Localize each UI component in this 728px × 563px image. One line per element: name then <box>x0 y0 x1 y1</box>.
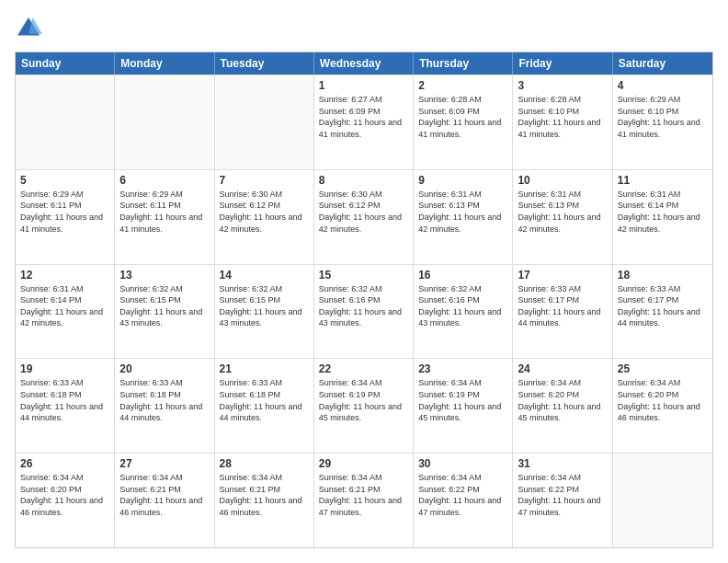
day-header-tuesday: Tuesday <box>215 52 314 75</box>
cell-info: Sunrise: 6:32 AM Sunset: 6:15 PM Dayligh… <box>220 283 309 329</box>
cell-day-number: 19 <box>20 362 109 375</box>
calendar-cell: 22Sunrise: 6:34 AM Sunset: 6:19 PM Dayli… <box>314 359 414 453</box>
cell-day-number: 9 <box>418 174 507 187</box>
cell-day-number: 6 <box>119 174 209 187</box>
cell-day-number: 26 <box>20 457 109 470</box>
calendar-row-1: 5Sunrise: 6:29 AM Sunset: 6:11 PM Daylig… <box>16 169 712 264</box>
cell-info: Sunrise: 6:34 AM Sunset: 6:21 PM Dayligh… <box>220 472 309 518</box>
cell-info: Sunrise: 6:29 AM Sunset: 6:11 PM Dayligh… <box>119 189 209 235</box>
cell-info: Sunrise: 6:31 AM Sunset: 6:13 PM Dayligh… <box>418 189 507 235</box>
cell-day-number: 31 <box>518 457 607 470</box>
calendar-cell: 9Sunrise: 6:31 AM Sunset: 6:13 PM Daylig… <box>414 170 513 264</box>
cell-day-number: 1 <box>319 79 408 92</box>
cell-info: Sunrise: 6:32 AM Sunset: 6:16 PM Dayligh… <box>418 283 507 329</box>
calendar-row-3: 19Sunrise: 6:33 AM Sunset: 6:18 PM Dayli… <box>16 358 712 453</box>
calendar-cell: 2Sunrise: 6:28 AM Sunset: 6:09 PM Daylig… <box>414 75 513 169</box>
cell-info: Sunrise: 6:28 AM Sunset: 6:09 PM Dayligh… <box>418 94 507 140</box>
cell-day-number: 29 <box>319 457 408 470</box>
cell-day-number: 16 <box>418 269 507 282</box>
calendar-row-0: 1Sunrise: 6:27 AM Sunset: 6:09 PM Daylig… <box>16 75 712 169</box>
cell-info: Sunrise: 6:34 AM Sunset: 6:19 PM Dayligh… <box>418 377 507 423</box>
cell-day-number: 30 <box>418 457 507 470</box>
calendar-body: 1Sunrise: 6:27 AM Sunset: 6:09 PM Daylig… <box>16 75 712 547</box>
svg-marker-1 <box>28 17 42 34</box>
calendar-cell: 7Sunrise: 6:30 AM Sunset: 6:12 PM Daylig… <box>215 170 314 264</box>
calendar-cell: 5Sunrise: 6:29 AM Sunset: 6:11 PM Daylig… <box>16 170 115 264</box>
calendar-cell: 14Sunrise: 6:32 AM Sunset: 6:15 PM Dayli… <box>215 265 314 359</box>
cell-info: Sunrise: 6:33 AM Sunset: 6:18 PM Dayligh… <box>119 377 209 423</box>
day-header-monday: Monday <box>115 52 214 75</box>
calendar-cell: 30Sunrise: 6:34 AM Sunset: 6:22 PM Dayli… <box>414 454 513 547</box>
calendar-cell: 29Sunrise: 6:34 AM Sunset: 6:21 PM Dayli… <box>314 454 414 547</box>
calendar-cell: 18Sunrise: 6:33 AM Sunset: 6:17 PM Dayli… <box>613 265 712 359</box>
cell-info: Sunrise: 6:31 AM Sunset: 6:14 PM Dayligh… <box>20 283 109 329</box>
calendar-cell <box>215 75 314 169</box>
calendar-cell: 6Sunrise: 6:29 AM Sunset: 6:11 PM Daylig… <box>115 170 214 264</box>
cell-info: Sunrise: 6:33 AM Sunset: 6:17 PM Dayligh… <box>518 283 607 329</box>
calendar-cell: 16Sunrise: 6:32 AM Sunset: 6:16 PM Dayli… <box>414 265 513 359</box>
calendar-cell: 21Sunrise: 6:33 AM Sunset: 6:18 PM Dayli… <box>215 359 314 453</box>
calendar-cell: 13Sunrise: 6:32 AM Sunset: 6:15 PM Dayli… <box>115 265 214 359</box>
calendar-cell: 23Sunrise: 6:34 AM Sunset: 6:19 PM Dayli… <box>414 359 513 453</box>
cell-day-number: 4 <box>618 79 708 92</box>
cell-day-number: 21 <box>220 362 309 375</box>
calendar-cell: 8Sunrise: 6:30 AM Sunset: 6:12 PM Daylig… <box>314 170 414 264</box>
calendar-cell: 1Sunrise: 6:27 AM Sunset: 6:09 PM Daylig… <box>314 75 414 169</box>
calendar-cell: 15Sunrise: 6:32 AM Sunset: 6:16 PM Dayli… <box>314 265 414 359</box>
cell-info: Sunrise: 6:31 AM Sunset: 6:14 PM Dayligh… <box>618 189 708 235</box>
calendar-cell: 24Sunrise: 6:34 AM Sunset: 6:20 PM Dayli… <box>513 359 612 453</box>
cell-info: Sunrise: 6:27 AM Sunset: 6:09 PM Dayligh… <box>319 94 408 140</box>
cell-day-number: 15 <box>319 269 408 282</box>
calendar-cell: 4Sunrise: 6:29 AM Sunset: 6:10 PM Daylig… <box>613 75 712 169</box>
calendar-cell <box>613 454 712 547</box>
cell-info: Sunrise: 6:29 AM Sunset: 6:11 PM Dayligh… <box>20 189 109 235</box>
calendar-row-4: 26Sunrise: 6:34 AM Sunset: 6:20 PM Dayli… <box>16 453 712 547</box>
calendar-cell: 10Sunrise: 6:31 AM Sunset: 6:13 PM Dayli… <box>513 170 612 264</box>
cell-info: Sunrise: 6:33 AM Sunset: 6:17 PM Dayligh… <box>618 283 708 329</box>
cell-day-number: 18 <box>618 269 708 282</box>
cell-info: Sunrise: 6:34 AM Sunset: 6:22 PM Dayligh… <box>418 472 507 518</box>
calendar-cell: 17Sunrise: 6:33 AM Sunset: 6:17 PM Dayli… <box>513 265 612 359</box>
cell-day-number: 23 <box>418 362 507 375</box>
cell-info: Sunrise: 6:34 AM Sunset: 6:21 PM Dayligh… <box>319 472 408 518</box>
cell-info: Sunrise: 6:32 AM Sunset: 6:16 PM Dayligh… <box>319 283 408 329</box>
cell-info: Sunrise: 6:34 AM Sunset: 6:20 PM Dayligh… <box>518 377 607 423</box>
calendar-header: SundayMondayTuesdayWednesdayThursdayFrid… <box>16 52 712 75</box>
calendar-cell: 11Sunrise: 6:31 AM Sunset: 6:14 PM Dayli… <box>613 170 712 264</box>
cell-info: Sunrise: 6:34 AM Sunset: 6:20 PM Dayligh… <box>618 377 708 423</box>
cell-day-number: 10 <box>518 174 607 187</box>
logo-icon <box>15 15 42 42</box>
cell-info: Sunrise: 6:34 AM Sunset: 6:19 PM Dayligh… <box>319 377 408 423</box>
calendar-cell: 27Sunrise: 6:34 AM Sunset: 6:21 PM Dayli… <box>115 454 214 547</box>
day-header-wednesday: Wednesday <box>314 52 414 75</box>
day-header-saturday: Saturday <box>613 52 712 75</box>
calendar-cell: 3Sunrise: 6:28 AM Sunset: 6:10 PM Daylig… <box>513 75 612 169</box>
header <box>15 15 713 42</box>
cell-day-number: 28 <box>220 457 309 470</box>
calendar-cell: 28Sunrise: 6:34 AM Sunset: 6:21 PM Dayli… <box>215 454 314 547</box>
cell-day-number: 7 <box>220 174 309 187</box>
cell-day-number: 5 <box>20 174 109 187</box>
cell-info: Sunrise: 6:30 AM Sunset: 6:12 PM Dayligh… <box>220 189 309 235</box>
cell-day-number: 12 <box>20 269 109 282</box>
calendar-cell: 26Sunrise: 6:34 AM Sunset: 6:20 PM Dayli… <box>16 454 115 547</box>
cell-info: Sunrise: 6:33 AM Sunset: 6:18 PM Dayligh… <box>20 377 109 423</box>
calendar-cell: 25Sunrise: 6:34 AM Sunset: 6:20 PM Dayli… <box>613 359 712 453</box>
calendar-cell: 20Sunrise: 6:33 AM Sunset: 6:18 PM Dayli… <box>115 359 214 453</box>
cell-info: Sunrise: 6:32 AM Sunset: 6:15 PM Dayligh… <box>119 283 209 329</box>
cell-day-number: 2 <box>418 79 507 92</box>
calendar-cell: 31Sunrise: 6:34 AM Sunset: 6:22 PM Dayli… <box>513 454 612 547</box>
cell-day-number: 24 <box>518 362 607 375</box>
calendar-cell: 19Sunrise: 6:33 AM Sunset: 6:18 PM Dayli… <box>16 359 115 453</box>
cell-day-number: 22 <box>319 362 408 375</box>
cell-info: Sunrise: 6:34 AM Sunset: 6:22 PM Dayligh… <box>518 472 607 518</box>
logo <box>15 15 46 42</box>
cell-day-number: 14 <box>220 269 309 282</box>
cell-day-number: 20 <box>119 362 209 375</box>
cell-day-number: 3 <box>518 79 607 92</box>
calendar-cell: 12Sunrise: 6:31 AM Sunset: 6:14 PM Dayli… <box>16 265 115 359</box>
cell-day-number: 13 <box>119 269 209 282</box>
cell-info: Sunrise: 6:31 AM Sunset: 6:13 PM Dayligh… <box>518 189 607 235</box>
calendar: SundayMondayTuesdayWednesdayThursdayFrid… <box>15 52 713 548</box>
cell-info: Sunrise: 6:34 AM Sunset: 6:21 PM Dayligh… <box>119 472 209 518</box>
